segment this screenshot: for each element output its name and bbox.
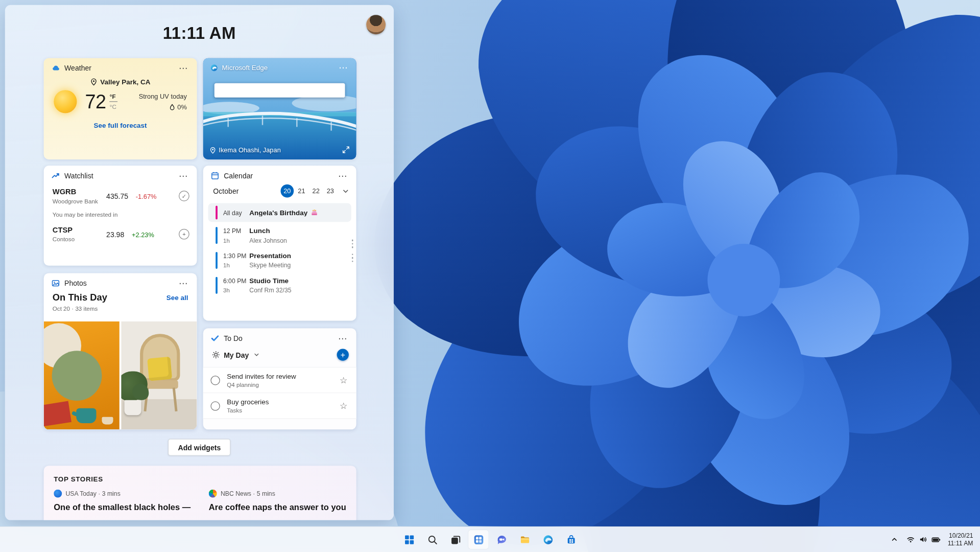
stock-row[interactable]: CTSP Contoso 23.98 +2.23% + [44, 226, 197, 243]
photo-shape [173, 387, 178, 411]
calendar-events: All day Angela's Birthday [203, 203, 356, 297]
weather-cloud-icon [51, 64, 60, 73]
photo-thumbnail[interactable] [121, 321, 197, 430]
edge-button[interactable] [537, 530, 559, 549]
location-pin-icon [90, 78, 98, 86]
desktop: 11:11 AM Weather ⋯ Valley Park, CA 72 [0, 0, 980, 552]
volume-icon [919, 535, 927, 544]
calendar-event[interactable]: 1:30 PM 1h Presentation Skype Meeting [208, 249, 351, 272]
weather-widget[interactable]: Weather ⋯ Valley Park, CA 72 °F °C [44, 58, 197, 159]
check-circle-icon[interactable]: ✓ [179, 191, 189, 201]
stock-price: 23.98 [106, 231, 124, 238]
calendar-day[interactable]: 23 [324, 185, 337, 198]
event-subtitle: Alex Johnson [249, 237, 286, 244]
edge-search-input[interactable] [214, 83, 345, 98]
task-view-button[interactable] [445, 530, 466, 549]
star-icon[interactable]: ☆ [339, 400, 349, 411]
chevron-down-icon[interactable] [253, 351, 261, 358]
widgets-clock: 11:11 AM [5, 24, 394, 43]
clock-tray-button[interactable]: 10/20/21 11:11 AM [945, 530, 977, 549]
unit-fahrenheit[interactable]: °F [110, 93, 116, 100]
tray-chevron-up-button[interactable] [887, 530, 902, 549]
stock-symbol: WGRB [53, 188, 106, 196]
add-circle-icon[interactable]: + [179, 229, 189, 240]
edge-title: Microsoft Edge [222, 64, 268, 72]
calendar-day[interactable]: 21 [295, 185, 308, 198]
photo-shape [147, 357, 172, 381]
event-title: Studio Time [249, 277, 289, 285]
news-story[interactable]: NBC News · 5 mins Are coffee naps the an… [209, 490, 346, 512]
user-avatar[interactable] [366, 15, 386, 34]
start-button[interactable] [398, 530, 420, 549]
photos-header: Photos ⋯ [44, 273, 197, 287]
expand-icon[interactable] [341, 145, 351, 155]
store-button[interactable] [560, 530, 582, 549]
calendar-day[interactable]: 22 [309, 185, 323, 198]
todo-list-name: My Day [224, 351, 249, 359]
edge-logo-icon [210, 63, 218, 72]
calendar-widget[interactable]: Calendar ⋯ October 20 21 22 23 [203, 166, 356, 320]
event-color-bar [216, 277, 218, 294]
tray-time: 11:11 AM [948, 540, 973, 547]
stock-symbol: CTSP [53, 226, 106, 235]
calendar-header: Calendar ⋯ [203, 166, 356, 180]
task-complete-radio[interactable] [210, 375, 220, 384]
calendar-event[interactable]: All day Angela's Birthday [208, 203, 351, 222]
more-options-icon[interactable]: ⋯ [336, 334, 348, 342]
calendar-day-selected[interactable]: 20 [281, 185, 294, 198]
watchlist-widget[interactable]: Watchlist ⋯ WGRB Woodgrove Bank 435.75 -… [44, 166, 197, 266]
watchlist-suggestion-label: You may be interested in [44, 204, 197, 218]
calendar-event[interactable]: 12 PM 1h Lunch Alex Johnson [208, 224, 351, 247]
star-icon[interactable]: ☆ [339, 375, 349, 386]
photo-shape [132, 384, 149, 400]
temperature-value: 72 [85, 90, 106, 113]
file-explorer-button[interactable] [514, 530, 536, 549]
calendar-days: 20 21 22 23 [281, 185, 351, 198]
calendar-scroll-indicator[interactable] [351, 239, 353, 262]
stocks-chart-icon [51, 171, 60, 180]
more-options-icon[interactable]: ⋯ [177, 279, 189, 288]
unit-celsius[interactable]: °C [110, 103, 116, 110]
stock-row[interactable]: WGRB Woodgrove Bank 435.75 -1.67% ✓ [44, 188, 197, 204]
weather-details: Strong UV today 0% [139, 93, 187, 110]
todo-widget[interactable]: To Do ⋯ My Day + [203, 328, 356, 429]
see-full-forecast-link[interactable]: See full forecast [44, 121, 197, 129]
more-options-icon[interactable]: ⋯ [337, 63, 349, 72]
photos-widget[interactable]: Photos ⋯ On This Day Oct 20 · 33 items S… [44, 273, 197, 429]
top-stories-section: TOP STORIES USA Today · 3 mins One of th… [44, 466, 356, 520]
birthday-cake-icon [310, 209, 318, 217]
task-row[interactable]: Buy groceries Tasks ☆ [203, 393, 356, 419]
photo-shape [44, 401, 71, 427]
usa-today-favicon [54, 490, 62, 498]
tray-network-volume-battery-button[interactable] [903, 530, 944, 549]
add-task-button[interactable]: + [337, 349, 349, 360]
event-color-bar [216, 227, 218, 244]
event-time: 1:30 PM [223, 252, 249, 259]
photos-icon [51, 279, 60, 288]
chevron-down-icon[interactable] [340, 187, 351, 195]
calendar-event[interactable]: 6:00 PM 3h Studio Time Conf Rm 32/35 [208, 274, 351, 297]
task-complete-radio[interactable] [210, 401, 220, 410]
news-story[interactable]: USA Today · 3 mins One of the smallest b… [54, 490, 191, 512]
todo-list-selector[interactable]: My Day + [203, 342, 356, 360]
photo-thumbnail[interactable] [44, 321, 119, 430]
photos-grid [44, 321, 197, 430]
more-options-icon[interactable]: ⋯ [336, 171, 348, 180]
add-widgets-button[interactable]: Add widgets [168, 439, 231, 456]
see-all-link[interactable]: See all [166, 294, 188, 302]
edge-widget[interactable]: Microsoft Edge ⋯ Ikema Ohashi, Japan [203, 58, 356, 159]
sunny-icon [54, 90, 77, 113]
more-options-icon[interactable]: ⋯ [177, 64, 189, 73]
search-button[interactable] [421, 530, 443, 549]
widgets-button[interactable] [468, 530, 489, 549]
stock-change: -1.67% [136, 192, 157, 200]
stock-name: Contoso [53, 236, 106, 242]
task-title: Buy groceries [227, 398, 269, 406]
edge-icon [542, 534, 553, 545]
chat-button[interactable] [491, 530, 512, 549]
more-options-icon[interactable]: ⋯ [177, 171, 189, 180]
story-meta: USA Today · 3 mins [66, 490, 121, 497]
photos-meta-row: On This Day Oct 20 · 33 items See all [44, 288, 197, 312]
search-icon [427, 534, 438, 545]
task-row[interactable]: Send invites for review Q4 planning ☆ [203, 367, 356, 393]
